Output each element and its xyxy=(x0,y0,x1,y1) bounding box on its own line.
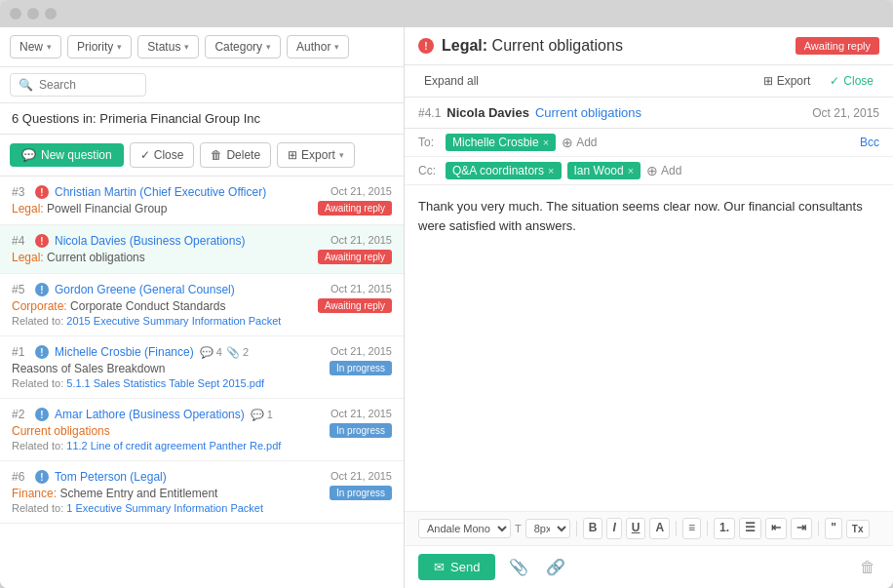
q-related-2: Related to: 11.2 Line of credit agreemen… xyxy=(12,440,392,451)
message-header: #4.1 Nicola Davies Current obligations O… xyxy=(405,98,893,129)
recipient-ianwood: Ian Wood × xyxy=(567,162,641,179)
underline-button[interactable]: U xyxy=(626,518,646,539)
q-topic-4: Legal: Current obligations xyxy=(12,251,145,264)
q-topic-5: Corporate: Corporate Conduct Standards xyxy=(12,299,225,313)
export-chevron-icon: ▾ xyxy=(339,150,344,160)
ordered-list-button[interactable]: 1. xyxy=(714,518,735,539)
status-filter-btn[interactable]: Status ▾ xyxy=(137,35,199,59)
new-question-button[interactable]: 💬 New question xyxy=(10,143,124,167)
send-button[interactable]: ✉ Send xyxy=(418,554,495,580)
discard-button[interactable]: 🗑 xyxy=(856,555,879,580)
compose-to-row: To: Michelle Crosbie × ⊕ Add Bcc xyxy=(405,129,893,157)
rp-header: ! Legal: Current obligations Awaiting re… xyxy=(405,27,893,65)
traffic-light-max[interactable] xyxy=(45,8,57,20)
indent-left-button[interactable]: ⇤ xyxy=(765,518,787,539)
expand-all-button[interactable]: Expand all xyxy=(418,71,485,91)
delete-action-button[interactable]: 🗑 Delete xyxy=(200,142,271,168)
compose-actions: ✉ Send 📎 🔗 🗑 xyxy=(405,546,893,588)
q-num-1: #1 xyxy=(12,345,29,359)
q-date-6: Oct 21, 2015 xyxy=(330,470,392,482)
question-item-5[interactable]: #5 ! Gordon Greene (General Counsel) Oct… xyxy=(0,274,404,336)
recipient-qacoord: Q&A coordinators × xyxy=(446,162,562,179)
section-title: 6 Questions in: Primeria Financial Group… xyxy=(0,103,404,135)
filter-toolbar: New ▾ Priority ▾ Status ▾ Category ▾ Aut… xyxy=(0,27,404,67)
category-chevron-icon: ▾ xyxy=(266,42,271,52)
q-date-4: Oct 21, 2015 xyxy=(330,234,392,246)
action-bar: 💬 New question ✓ Close 🗑 Delete ⊞ Export… xyxy=(0,135,404,176)
priority-filter-btn[interactable]: Priority ▾ xyxy=(67,35,132,59)
question-item-4[interactable]: #4 ! Nicola Davies (Business Operations)… xyxy=(0,225,404,274)
italic-button[interactable]: I xyxy=(606,518,621,539)
compose-body[interactable]: Thank you very much. The situation seems… xyxy=(405,185,893,511)
q-meta-2: 💬 1 xyxy=(251,409,273,421)
trash-icon: 🗑 xyxy=(211,148,222,162)
export-icon: ⊞ xyxy=(288,148,297,162)
add-to-button[interactable]: ⊕ Add xyxy=(562,135,597,150)
blockquote-button[interactable]: " xyxy=(825,518,842,539)
q-author-5: Gordon Greene (General Counsel) xyxy=(55,283,235,296)
unordered-list-button[interactable]: ☰ xyxy=(739,518,761,539)
q-related-1: Related to: 5.1.1 Sales Statistics Table… xyxy=(12,377,392,389)
priority-icon-2: ! xyxy=(35,408,49,421)
check-icon: ✓ xyxy=(140,148,150,162)
rp-toolbar-left: Expand all xyxy=(418,71,485,91)
attach-button[interactable]: 📎 xyxy=(505,554,532,580)
traffic-light-min[interactable] xyxy=(27,8,39,20)
author-filter-btn[interactable]: Author ▾ xyxy=(287,35,349,59)
new-filter-btn[interactable]: New ▾ xyxy=(10,35,61,59)
bcc-button[interactable]: Bcc xyxy=(860,136,879,149)
q-related-6: Related to: 1 Executive Summary Informat… xyxy=(12,502,392,514)
right-panel: ! Legal: Current obligations Awaiting re… xyxy=(405,27,893,588)
msg-author-name: Nicola Davies xyxy=(446,105,529,120)
link-button[interactable]: 🔗 xyxy=(542,554,569,580)
q-meta-1: 💬 4 📎 2 xyxy=(200,346,249,359)
q-badge-4: Awaiting reply xyxy=(318,250,392,264)
divider-3 xyxy=(707,521,708,536)
add-cc-button[interactable]: ⊕ Add xyxy=(646,163,681,178)
q-topic-1: Reasons of Sales Breakdown xyxy=(12,362,165,375)
q-num-4: #4 xyxy=(12,234,29,248)
remove-ianwood-icon[interactable]: × xyxy=(628,165,634,176)
new-chevron-icon: ▾ xyxy=(47,42,52,52)
category-filter-btn[interactable]: Category ▾ xyxy=(205,35,281,59)
left-panel: New ▾ Priority ▾ Status ▾ Category ▾ Aut… xyxy=(0,27,405,588)
traffic-light-close[interactable] xyxy=(10,8,21,20)
q-topic-2: Current obligations xyxy=(12,424,110,438)
priority-icon-6: ! xyxy=(35,470,49,484)
search-input[interactable] xyxy=(39,78,137,92)
indent-right-button[interactable]: ⇥ xyxy=(791,518,812,539)
rp-close-button[interactable]: ✓ Close xyxy=(824,71,879,91)
question-item-3[interactable]: #3 ! Christian Martin (Chief Executive O… xyxy=(0,176,404,225)
font-family-select[interactable]: Andale Mono xyxy=(418,519,511,538)
search-bar: 🔍 xyxy=(0,67,404,103)
bold-button[interactable]: B xyxy=(583,518,603,539)
question-item-2[interactable]: #2 ! Amar Lathore (Business Operations) … xyxy=(0,399,404,461)
divider-1 xyxy=(576,521,577,536)
remove-qacoord-icon[interactable]: × xyxy=(548,165,554,176)
close-action-button[interactable]: ✓ Close xyxy=(130,142,195,168)
q-author-1: Michelle Crosbie (Finance) xyxy=(55,345,194,359)
q-num-3: #3 xyxy=(12,185,29,199)
rp-export-button[interactable]: ⊞ Export xyxy=(757,71,817,91)
questions-list: #3 ! Christian Martin (Chief Executive O… xyxy=(0,176,404,588)
priority-chevron-icon: ▾ xyxy=(117,42,122,52)
font-color-button[interactable]: A xyxy=(649,518,670,539)
priority-icon-4: ! xyxy=(35,234,49,248)
question-item-1[interactable]: #1 ! Michelle Crosbie (Finance) 💬 4 📎 2 … xyxy=(0,336,404,399)
priority-icon-3: ! xyxy=(35,185,49,199)
align-button[interactable]: ≡ xyxy=(682,518,701,539)
remove-michelle-icon[interactable]: × xyxy=(543,137,549,148)
font-size-select[interactable]: 8px xyxy=(525,519,570,538)
search-wrap: 🔍 xyxy=(10,73,146,97)
to-label: To: xyxy=(418,136,440,149)
question-item-6[interactable]: #6 ! Tom Peterson (Legal) Oct 21, 2015 F… xyxy=(0,461,404,524)
rp-title: ! Legal: Current obligations xyxy=(418,37,623,55)
export-action-button[interactable]: ⊞ Export ▾ xyxy=(277,142,355,168)
rp-toolbar-right: ⊞ Export ✓ Close xyxy=(757,71,879,91)
compose-area: To: Michelle Crosbie × ⊕ Add Bcc Cc: xyxy=(405,129,893,588)
priority-icon-5: ! xyxy=(35,283,49,296)
q-date-1: Oct 21, 2015 xyxy=(330,345,392,357)
source-button[interactable]: Tx xyxy=(846,520,870,538)
q-badge-3: Awaiting reply xyxy=(318,201,392,216)
format-toolbar: Andale Mono T 8px B I U A ≡ 1. ☰ xyxy=(405,511,893,546)
